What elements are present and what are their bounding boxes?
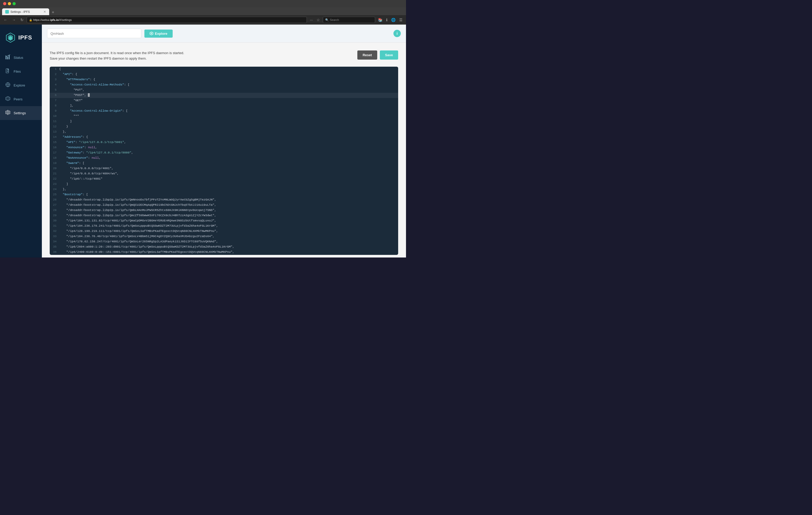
line-content: "Bootstrap": [ [59, 192, 398, 197]
url-text: https://webui.ipfs.io/#/settings [33, 18, 72, 22]
close-button[interactable] [3, 2, 6, 5]
code-line: 28 "/dnsaddr/bootstrap.libp2p.io/ipfs/Qm… [50, 208, 398, 213]
line-content: }, [59, 187, 398, 192]
minimize-button[interactable] [8, 2, 11, 5]
code-line: 20 "/ip4/0.0.0.0/tcp/4001", [50, 166, 398, 171]
code-line: 33 "/ip4/104.236.76.40/tcp/4001/ipfs/QmS… [50, 234, 398, 239]
code-line: 34 "/ip4/178.62.158.247/tcp/4001/ipfs/Qm… [50, 239, 398, 244]
line-content: "Gateway": "/ip4/127.0.0.1/tcp/8080", [59, 150, 398, 155]
tab-close-button[interactable]: ✕ [44, 10, 46, 13]
line-number: 12 [50, 124, 59, 129]
line-number: 21 [50, 171, 59, 176]
line-number: 32 [50, 229, 59, 234]
line-number: 1 [50, 67, 59, 72]
line-number: 34 [50, 239, 59, 244]
more-options-button[interactable]: ··· [309, 17, 314, 23]
line-content: "HTTPHeaders": { [59, 77, 398, 82]
line-number: 25 [50, 192, 59, 197]
sync-button[interactable]: 🌐 [390, 17, 397, 23]
code-line: 31 "/ip4/104.236.179.241/tcp/4001/ipfs/Q… [50, 223, 398, 229]
sidebar-item-settings[interactable]: Settings [0, 106, 42, 120]
browser-actions: ··· ☆ [309, 17, 321, 23]
line-content: }, [59, 129, 398, 134]
line-number: 17 [50, 150, 59, 155]
line-number: 10 [50, 114, 59, 119]
library-button[interactable]: 📚 [377, 17, 384, 23]
line-number: 22 [50, 177, 59, 181]
settings-icon [5, 110, 10, 116]
line-number: 16 [50, 145, 59, 150]
code-line: 12 } [50, 124, 398, 129]
info-button[interactable]: ℹ [385, 17, 389, 23]
sidebar-item-explore[interactable]: Explore [0, 79, 42, 92]
config-editor[interactable]: 1{2 "API": {3 "HTTPHeaders": {4 "Access-… [50, 67, 398, 255]
line-number: 2 [50, 72, 59, 77]
svg-point-17 [7, 112, 9, 113]
code-line: 1{ [50, 67, 398, 72]
sidebar-logo: IPFS [0, 30, 42, 51]
code-line: 8 ], [50, 103, 398, 109]
sidebar-item-status[interactable]: Status [0, 51, 42, 65]
qmhash-input[interactable] [47, 29, 141, 38]
code-line: 29 "/dnsaddr/bootstrap.libp2p.io/ipfs/Qm… [50, 213, 398, 218]
line-content: "Access-Control-Allow-Origin": [ [59, 109, 398, 113]
line-content: "/ip4/178.62.158.247/tcp/4001/ipfs/QmSoL… [59, 239, 398, 244]
back-button[interactable]: ← [2, 17, 9, 23]
reset-button[interactable]: Reset [357, 51, 377, 60]
tab-bar: Settings - IPFS ✕ + [0, 7, 406, 15]
line-content: "/dnsaddr/bootstrap.libp2p.io/ipfs/QmbLH… [59, 208, 398, 213]
line-number: 29 [50, 213, 59, 218]
sidebar-item-label-files: Files [13, 69, 21, 73]
code-line: 10 "*" [50, 114, 398, 119]
code-line: 26 "/dnsaddr/bootstrap.libp2p.io/ipfs/Qm… [50, 198, 398, 203]
url-bar[interactable]: 🔒 https://webui.ipfs.io/#/settings [27, 17, 307, 23]
browser-search-bar[interactable]: 🔍 Search [323, 17, 375, 23]
search-placeholder: Search [330, 18, 339, 22]
line-number: 8 [50, 103, 59, 108]
line-content: "/dnsaddr/bootstrap.libp2p.io/ipfs/QmcZf… [59, 213, 398, 218]
new-tab-button[interactable]: + [50, 9, 56, 15]
code-line: 23 ] [50, 182, 398, 187]
line-content: "PUT", [59, 88, 398, 92]
peers-icon [5, 96, 10, 102]
settings-description: The IPFS config file is a json document.… [50, 51, 184, 61]
settings-page: The IPFS config file is a json document.… [42, 42, 406, 258]
line-number: 9 [50, 109, 59, 114]
line-number: 20 [50, 166, 59, 171]
code-line: 21 "/ip4/0.0.0.0/tcp/4004/ws", [50, 171, 398, 177]
titlebar [0, 0, 406, 7]
code-line: 4 "Access-Control-Allow-Methods": [ [50, 82, 398, 88]
line-content: { [59, 67, 398, 71]
bookmark-button[interactable]: ☆ [315, 17, 321, 23]
sidebar-item-peers[interactable]: Peers [0, 92, 42, 106]
explore-bar: Explore i [42, 25, 406, 42]
code-line: 17 "Gateway": "/ip4/127.0.0.1/tcp/8080", [50, 150, 398, 156]
code-line: 25 "Bootstrap": [ [50, 192, 398, 198]
line-content: "Announce": null, [59, 145, 398, 150]
line-content: "GET" [59, 98, 398, 103]
code-line: 35 "/ip6/2604:a880:1:20::203:d001/tcp/40… [50, 244, 398, 250]
line-number: 19 [50, 161, 59, 166]
menu-button[interactable]: ☰ [398, 17, 404, 23]
maximize-button[interactable] [12, 2, 16, 5]
info-circle-button[interactable]: i [394, 30, 401, 37]
line-number: 6 [50, 93, 59, 98]
code-line: 19 "Swarm": [ [50, 161, 398, 166]
sidebar-item-files[interactable]: Files [0, 65, 42, 79]
sidebar-item-label-settings: Settings [13, 111, 26, 115]
line-number: 18 [50, 156, 59, 160]
line-content: } [59, 124, 398, 129]
active-tab[interactable]: Settings - IPFS ✕ [2, 8, 49, 15]
code-line: 11 ] [50, 119, 398, 124]
svg-rect-4 [7, 57, 8, 59]
code-line: 24 }, [50, 187, 398, 192]
code-line: 16 "Announce": null, [50, 145, 398, 150]
line-number: 24 [50, 187, 59, 192]
line-number: 30 [50, 218, 59, 223]
files-icon [5, 68, 10, 75]
forward-button[interactable]: → [10, 17, 17, 23]
refresh-button[interactable]: ↻ [19, 17, 25, 23]
traffic-lights [3, 2, 16, 5]
explore-button[interactable]: Explore [144, 30, 173, 38]
save-button[interactable]: Save [380, 51, 398, 60]
